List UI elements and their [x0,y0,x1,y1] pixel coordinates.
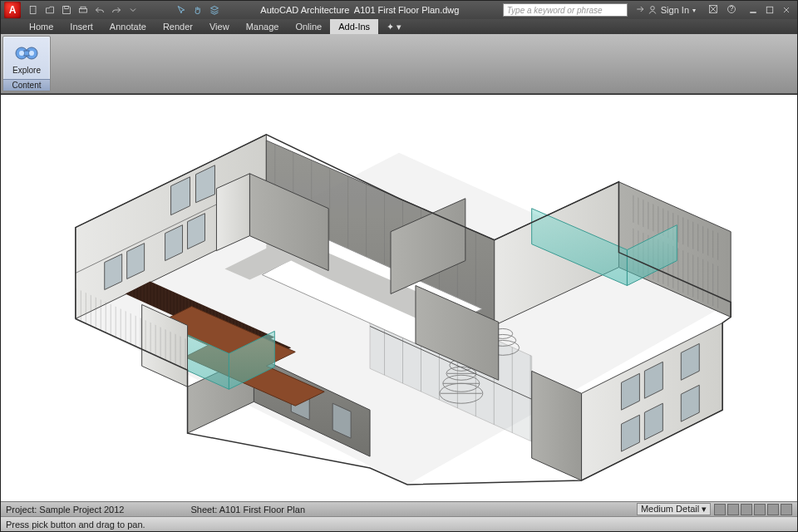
svg-rect-2 [80,9,87,13]
status-icon-4[interactable] [754,504,766,515]
tab-annotate[interactable]: Annotate [101,19,155,34]
status-icon-6[interactable] [781,504,792,515]
svg-rect-3 [81,7,86,8]
tab-addins[interactable]: Add-Ins [330,19,378,34]
drawing-viewport[interactable] [1,94,797,501]
minimize-button[interactable] [746,2,761,17]
help-icon[interactable]: ? [724,4,739,16]
save-icon[interactable] [59,2,74,17]
layers-icon[interactable] [207,2,222,17]
cursor-icon[interactable] [174,2,189,17]
title-bar: A AutoCAD Architecture A101 First Floor … [1,1,797,19]
tab-extra-icon[interactable]: ✦ ▾ [378,19,410,34]
svg-rect-1 [65,7,69,9]
tab-insert[interactable]: Insert [62,19,101,34]
ribbon: Explore Content [1,34,797,94]
status-bar: Project: Sample Project 2012 Sheet: A101… [1,501,797,516]
ribbon-group-content: Explore Content [2,36,51,91]
explore-button[interactable]: Explore [3,37,50,79]
svg-point-13 [29,51,34,56]
document-name: A101 First Floor Plan.dwg [354,5,460,15]
tab-home[interactable]: Home [21,19,62,34]
binoculars-icon [13,42,40,65]
window-controls [746,2,794,17]
search-input[interactable]: Type a keyword or phrase [503,3,628,17]
command-hint: Press pick button and drag to pan. [6,520,145,530]
close-button[interactable] [779,2,794,17]
tab-online[interactable]: Online [287,19,330,34]
svg-point-12 [19,51,24,56]
detail-level-label: Medium Detail [641,504,699,514]
tab-view[interactable]: View [201,19,238,34]
status-icon-3[interactable] [741,504,752,515]
svg-rect-0 [30,7,36,14]
signin-label: Sign In [661,5,689,15]
detail-level-dropdown[interactable]: Medium Detail ▾ [637,503,711,515]
exchange-icon[interactable] [706,4,721,16]
floor-plan-3d [1,95,797,501]
status-icon-1[interactable] [714,504,726,515]
svg-text:?: ? [730,5,734,12]
search-submit-icon[interactable] [633,2,648,17]
qat-dropdown-icon[interactable] [126,2,140,17]
new-icon[interactable] [26,2,41,17]
user-icon [648,5,658,15]
maximize-button[interactable] [762,2,777,17]
tab-render[interactable]: Render [155,19,201,34]
explore-label: Explore [12,66,41,75]
chevron-down-icon: ▾ [692,7,696,14]
status-tray-icons [714,504,792,515]
print-icon[interactable] [76,2,91,17]
ribbon-group-label: Content [3,79,50,91]
status-sheet: Sheet: A101 First Floor Plan [190,505,305,515]
undo-icon[interactable] [92,2,107,17]
chevron-down-icon: ▾ [702,504,707,514]
svg-point-4 [651,7,655,11]
menu-bar: Home Insert Annotate Render View Manage … [1,19,797,34]
command-hint-bar: Press pick button and drag to pan. [1,516,797,531]
status-icon-5[interactable] [767,504,779,515]
svg-rect-11 [24,51,29,56]
signin-button[interactable]: Sign In ▾ [648,5,696,15]
tab-manage[interactable]: Manage [238,19,288,34]
svg-rect-8 [766,7,773,13]
window-title: AutoCAD Architecture A101 First Floor Pl… [222,5,498,15]
open-icon[interactable] [42,2,57,17]
status-icon-2[interactable] [727,504,739,515]
view-tools [174,2,222,17]
status-project: Project: Sample Project 2012 [6,505,124,515]
hand-icon[interactable] [190,2,205,17]
app-name: AutoCAD Architecture [260,5,349,15]
quick-access-toolbar [26,2,140,17]
application-window: A AutoCAD Architecture A101 First Floor … [0,0,798,532]
application-menu-button[interactable]: A [4,2,21,18]
redo-icon[interactable] [109,2,124,17]
